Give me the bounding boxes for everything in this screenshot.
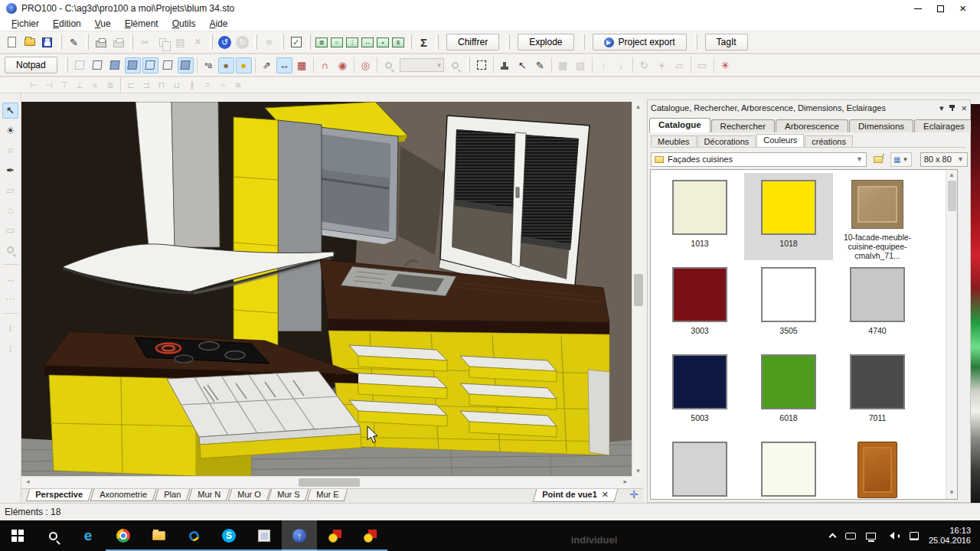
volume-icon[interactable] xyxy=(886,532,900,540)
scroll-down-icon[interactable]: ▼ xyxy=(634,466,643,476)
photos-app-icon[interactable] xyxy=(247,520,282,551)
tray-device-icon[interactable] xyxy=(845,533,856,540)
distribute-4-icon[interactable]: ⊔ xyxy=(170,78,184,92)
horizontal-scroll-thumb[interactable] xyxy=(299,478,360,487)
move-element-icon[interactable]: + xyxy=(654,57,670,73)
save-icon[interactable] xyxy=(39,34,55,51)
align-center-h-icon[interactable]: ≡ xyxy=(88,78,102,92)
align-left-icon[interactable]: ⊢ xyxy=(27,78,41,92)
viewport-horizontal-scrollbar[interactable]: ◂ ▸ xyxy=(21,476,632,488)
grid-icon[interactable]: ▦ xyxy=(294,57,310,73)
menu-edition[interactable]: Edition xyxy=(46,18,88,29)
distribute-5-icon[interactable]: ∥ xyxy=(185,78,199,92)
text-labels-icon[interactable]: ªa xyxy=(201,57,217,73)
cursor-select-icon[interactable]: ↖ xyxy=(514,57,531,73)
scroll-left-icon[interactable]: ◂ xyxy=(26,478,30,485)
file-explorer-icon[interactable] xyxy=(141,520,176,551)
counter-tool-icon[interactable]: ▭ xyxy=(2,222,18,238)
project-tree-panel-icon[interactable]: ≣ xyxy=(315,37,328,47)
swatch-cell[interactable] xyxy=(655,435,744,500)
skype-icon[interactable]: S xyxy=(211,520,247,551)
dim-vertical-icon[interactable]: ↕ xyxy=(2,340,18,356)
network-icon[interactable] xyxy=(866,533,876,540)
view-shaded-edges-icon[interactable] xyxy=(125,57,141,73)
view-tab-perspective[interactable]: Perspective xyxy=(26,489,92,501)
lighting-icon[interactable]: ● xyxy=(236,57,252,73)
view-wireframe-icon[interactable] xyxy=(72,57,88,73)
wall-tool-icon[interactable]: ⌂ xyxy=(2,202,18,218)
text-tool-icon[interactable]: I xyxy=(2,320,18,336)
distribute-8-icon[interactable]: ≋ xyxy=(231,78,245,92)
view-tab-mur-s[interactable]: Mur S xyxy=(268,489,309,501)
dimension-tool-icon[interactable]: ⌗ xyxy=(2,142,18,158)
edge-icon[interactable]: e xyxy=(70,520,106,551)
subtab-de-corations[interactable]: Décorations xyxy=(697,135,756,147)
magnet-snap-icon[interactable]: ∩ xyxy=(317,57,333,73)
swatch-cell[interactable]: 1013 xyxy=(655,173,744,260)
view-hidden-line-icon[interactable] xyxy=(90,57,106,73)
swatch-cell[interactable]: 1018 xyxy=(744,173,833,260)
close-icon[interactable]: × xyxy=(959,5,966,12)
sum-icon[interactable]: Σ xyxy=(416,34,432,51)
open-file-icon[interactable] xyxy=(21,34,38,51)
tray-expand-icon[interactable] xyxy=(828,533,836,541)
print-preview-icon[interactable] xyxy=(110,34,126,51)
swatch-cell[interactable]: 4740 xyxy=(833,260,922,347)
viewport-vertical-scrollbar[interactable]: ▲ ▼ xyxy=(632,102,644,476)
dim-style-icon[interactable]: ⋯ xyxy=(2,291,18,307)
cut-icon[interactable]: ✂ xyxy=(137,34,153,51)
align-center-v-icon[interactable]: ≣ xyxy=(103,78,117,92)
delete-icon[interactable]: × xyxy=(190,34,206,51)
swatch-cell[interactable]: 3505 xyxy=(744,260,833,347)
panel-tab-catalogue[interactable]: Catalogue xyxy=(649,118,710,132)
subtab-couleurs[interactable]: Couleurs xyxy=(756,134,804,147)
project-export-button[interactable]: ▶ Project export xyxy=(593,34,687,51)
scroll-down-icon[interactable]: ▼ xyxy=(947,487,956,497)
panel-scroll-thumb[interactable] xyxy=(948,181,956,211)
swatch-cell[interactable]: 3003 xyxy=(655,260,744,347)
settings-icon[interactable]: ✳ xyxy=(717,57,733,73)
scroll-up-icon[interactable]: ▲ xyxy=(634,102,643,112)
swatch-cell[interactable] xyxy=(833,435,922,500)
subtab-meubles[interactable]: Meubles xyxy=(651,135,697,147)
redo-icon[interactable]: ↻ xyxy=(234,34,250,51)
pin-element-icon[interactable] xyxy=(497,57,513,73)
walk-mode-icon[interactable]: ⇗ xyxy=(259,57,275,73)
shape-tool-icon[interactable]: ▱ xyxy=(2,182,18,198)
view-tab-mur-o[interactable]: Mur O xyxy=(227,489,270,501)
paste-icon[interactable]: ▤ xyxy=(172,34,188,51)
close-viewpoint-icon[interactable]: ✕ xyxy=(601,490,608,499)
maximize-icon[interactable] xyxy=(937,5,944,12)
red-app-icon-2[interactable] xyxy=(352,520,387,551)
eyedropper-tool-icon[interactable]: ✒ xyxy=(2,162,18,178)
price-panel-icon[interactable]: $ xyxy=(392,37,404,47)
lighting-panel-icon[interactable]: • xyxy=(377,37,389,47)
align-top-icon[interactable]: ⊤ xyxy=(57,78,71,92)
distribute-6-icon[interactable]: = xyxy=(201,78,214,92)
dimensions-toggle-icon[interactable]: ↔ xyxy=(276,57,292,73)
ungroup-icon[interactable]: ▧ xyxy=(573,57,589,73)
select-tool-icon[interactable]: ↖ xyxy=(2,103,18,119)
taskbar-clock[interactable]: 16:13 25.04.2016 xyxy=(929,526,971,546)
print-icon[interactable] xyxy=(93,34,109,51)
zoom-level-select[interactable]: ▾ xyxy=(400,58,444,72)
draw-icon[interactable]: ✎ xyxy=(532,57,548,73)
new-document-icon[interactable] xyxy=(4,34,20,51)
panel-tab-eclairages[interactable]: Eclairages xyxy=(914,119,974,132)
rotate-element-icon[interactable]: ↻ xyxy=(636,57,652,73)
subtab-cre-ations[interactable]: créations xyxy=(805,135,853,147)
align-right-icon[interactable]: ⊣ xyxy=(42,78,56,92)
add-viewpoint-icon[interactable]: ✛ xyxy=(629,489,639,500)
view-tab-mur-n[interactable]: Mur N xyxy=(188,489,230,501)
distribute-1-icon[interactable]: ⊏ xyxy=(124,78,138,92)
zoom-out-icon[interactable] xyxy=(381,57,397,73)
group-icon[interactable]: ▦ xyxy=(555,57,571,73)
action-center-icon[interactable] xyxy=(910,532,919,540)
vertical-scroll-thumb[interactable] xyxy=(634,274,643,306)
snap-target-icon[interactable]: ◎ xyxy=(358,57,374,73)
undo-icon[interactable]: ↺ xyxy=(217,34,233,51)
start-button[interactable] xyxy=(0,520,35,551)
copy-icon[interactable] xyxy=(155,34,171,51)
light-tool-icon[interactable]: ☀ xyxy=(2,122,18,139)
viewpoint-tab[interactable]: Point de vue1✕ xyxy=(532,489,618,502)
